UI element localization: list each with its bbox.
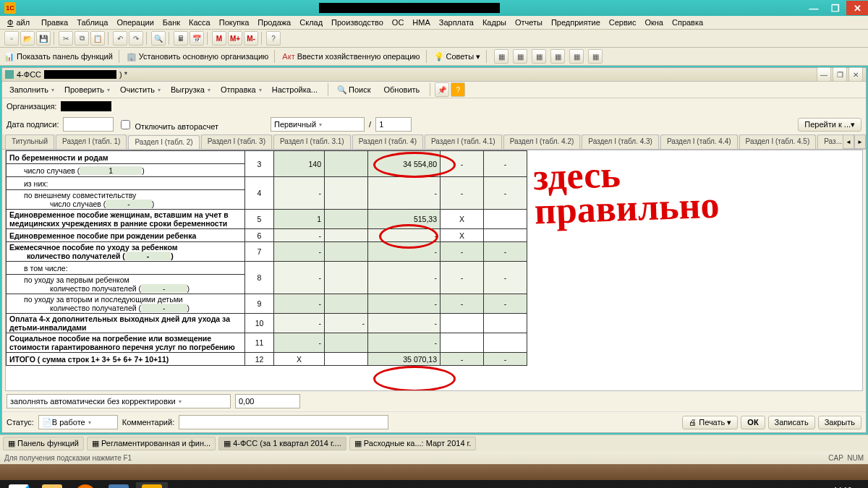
doc-minimize-button[interactable]: — [817, 67, 831, 82]
tips-button[interactable]: 💡 Советы ▾ [434, 52, 480, 61]
enter-op-button[interactable]: Aкт Ввести хозяйственную операцию [282, 52, 420, 61]
tool-icon[interactable]: ▦ [588, 49, 603, 64]
menu-service[interactable]: Сервис [606, 17, 639, 27]
refresh-button[interactable]: Обновить [380, 84, 427, 95]
export-button[interactable]: Выгрузка [166, 84, 215, 95]
menu-operations[interactable]: Операции [114, 17, 156, 27]
menu-stock[interactable]: Склад [297, 17, 326, 27]
menu-file[interactable]: Файл [4, 17, 35, 27]
ok-button[interactable]: ОК [741, 416, 765, 429]
panel-window[interactable]: ▦ Панель функций [3, 437, 84, 450]
cut-icon[interactable]: ✂ [59, 31, 73, 46]
m-button[interactable]: M [212, 31, 226, 46]
close-button[interactable]: ✕ [846, 1, 868, 15]
menu-table[interactable]: Таблица [74, 17, 111, 27]
menu-salary[interactable]: Зарплата [436, 17, 477, 27]
firefox-icon[interactable] [69, 482, 101, 488]
paste-icon[interactable]: 📋 [90, 31, 105, 46]
menu-nma[interactable]: НМА [409, 17, 433, 27]
panel-window[interactable]: ▦ Регламентированная и фин... [87, 437, 216, 450]
clear-button[interactable]: Очистить [116, 84, 165, 95]
menu-enterprise[interactable]: Предприятие [548, 17, 603, 27]
goto-button[interactable]: Перейти к ... ▾ [798, 118, 861, 132]
tab-1-42[interactable]: Раздел I (табл. 4.2) [503, 134, 581, 149]
tool-icon[interactable]: ▦ [569, 49, 584, 64]
open-icon[interactable]: 📂 [20, 31, 35, 46]
m-plus-button[interactable]: M+ [228, 31, 242, 46]
status-select[interactable]: 📄 В работе [38, 415, 118, 429]
amount-input[interactable]: 0,00 [235, 394, 300, 408]
save-button[interactable]: Записать [768, 416, 815, 429]
tab-1-44[interactable]: Раздел I (табл. 4.4) [660, 134, 738, 149]
panel-window[interactable]: ▦ Расходные ка...: Март 2014 г. [349, 437, 477, 450]
save-icon[interactable]: 💾 [36, 31, 51, 46]
menu-help[interactable]: Справка [669, 17, 706, 27]
report-table-area[interactable]: По беременности и родам314034 554,80-- ч… [5, 150, 863, 391]
tool-icon[interactable]: ▦ [550, 49, 565, 64]
menu-production[interactable]: Производство [328, 17, 386, 27]
tab-1-43[interactable]: Раздел I (табл. 4.3) [582, 134, 659, 149]
calendar-icon[interactable]: 📅 [190, 31, 204, 46]
help-icon[interactable]: ? [451, 82, 465, 97]
fill-button[interactable]: Заполнить [5, 84, 59, 95]
tab-scroll-left[interactable]: ◄ [843, 134, 854, 149]
date-input[interactable] [63, 117, 114, 132]
tool-icon[interactable]: ▦ [513, 49, 527, 64]
copy-icon[interactable]: ⧉ [75, 31, 89, 46]
explorer-icon[interactable] [36, 482, 68, 488]
maximize-button[interactable]: ❐ [825, 1, 846, 15]
print-button[interactable]: 🖨 Печать ▾ [682, 416, 738, 429]
menu-windows[interactable]: Окна [642, 17, 666, 27]
1c-icon[interactable] [136, 482, 168, 488]
minimize-button[interactable]: — [803, 1, 825, 15]
help-icon[interactable]: ? [266, 31, 281, 46]
pin-icon[interactable]: 📌 [435, 82, 449, 97]
menu-edit[interactable]: Правка [38, 17, 71, 27]
secondary-toolbar: 📊 Показать панель функций 🏢 Установить о… [0, 48, 868, 66]
find-icon[interactable]: 🔍 [151, 31, 166, 46]
search-button[interactable]: 🔍 Поиск [333, 84, 378, 96]
undo-icon[interactable]: ↶ [113, 31, 127, 46]
annotation-circle [379, 224, 438, 249]
menu-purchase[interactable]: Покупка [216, 17, 252, 27]
new-icon[interactable]: ▫ [4, 31, 19, 46]
copy-number-input[interactable]: 1 [375, 117, 412, 132]
tab-scroll-right[interactable]: ► [854, 134, 866, 149]
app-icon[interactable] [103, 482, 135, 488]
autocalc-checkbox[interactable]: Отключить авторасчет [118, 118, 218, 132]
tab-1-2[interactable]: Раздел I (табл. 2) [128, 135, 199, 150]
tab-1-3[interactable]: Раздел I (табл. 3) [201, 134, 272, 149]
menu-personnel[interactable]: Кадры [480, 17, 509, 27]
tool-icon[interactable]: ▦ [532, 49, 546, 64]
hint-text: Для получения подсказки нажмите F1 [4, 454, 132, 462]
tool-icon[interactable]: ▦ [494, 49, 509, 64]
menu-sale[interactable]: Продажа [255, 17, 294, 27]
tab-title[interactable]: Титульный [5, 134, 54, 149]
menu-reports[interactable]: Отчеты [512, 17, 545, 27]
tab-1-31[interactable]: Раздел I (табл. 3.1) [273, 134, 351, 149]
tab-1-45[interactable]: Раздел I (табл. 4.5) [739, 134, 817, 149]
menu-os[interactable]: ОС [389, 17, 407, 27]
calc-icon[interactable]: 🖩 [174, 31, 188, 46]
doc-close-button[interactable]: ✕ [848, 67, 863, 82]
set-org-button[interactable]: 🏢 Установить основную организацию [127, 52, 269, 61]
comment-input[interactable] [179, 415, 388, 429]
doc-maximize-button[interactable]: ❐ [833, 67, 847, 82]
show-panel-button[interactable]: 📊 Показать панель функций [4, 52, 113, 61]
comment-label: Комментарий: [122, 418, 174, 427]
close-doc-button[interactable]: Закрыть [818, 416, 861, 429]
tab-1-41[interactable]: Раздел I (табл. 4.1) [425, 134, 502, 149]
menu-cash[interactable]: Касса [186, 17, 213, 27]
settings-button[interactable]: Настройка... [268, 84, 325, 95]
start-button[interactable] [3, 482, 35, 488]
panel-window[interactable]: ▦ 4-ФСС (за 1 квартал 2014 г.... [218, 437, 346, 450]
tab-1-4[interactable]: Раздел I (табл. 4) [352, 134, 423, 149]
primary-select[interactable]: Первичный [271, 117, 365, 132]
redo-icon[interactable]: ↷ [129, 31, 143, 46]
menu-bank[interactable]: Банк [160, 17, 183, 27]
send-button[interactable]: Отправка [216, 84, 266, 95]
fill-mode-select[interactable]: заполнять автоматически без корректировк… [7, 394, 231, 408]
tab-1-1[interactable]: Раздел I (табл. 1) [56, 134, 127, 149]
m-minus-button[interactable]: M- [244, 31, 258, 46]
check-button[interactable]: Проверить [60, 84, 114, 95]
